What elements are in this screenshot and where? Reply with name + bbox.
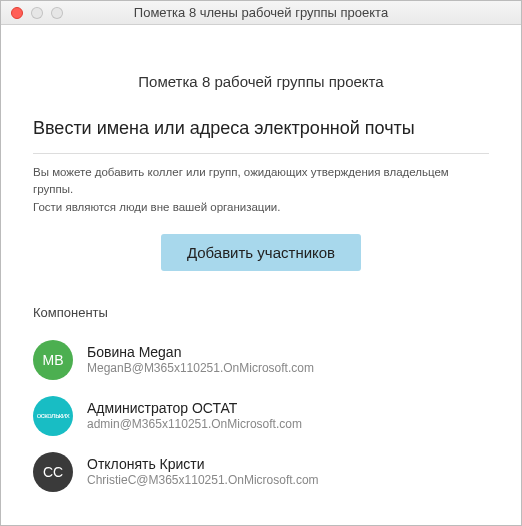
help-text-line2: Гости являются люди вне вашей организаци… [33,201,280,213]
page-heading: Пометка 8 рабочей группы проекта [33,73,489,90]
close-icon[interactable] [11,7,23,19]
member-list: MB Бовина Megan MeganB@M365x110251.OnMic… [33,332,489,500]
add-members-button[interactable]: Добавить участников [161,234,361,271]
member-info: Администратор ОСТАТ admin@M365x110251.On… [87,400,302,433]
avatar: CC [33,452,73,492]
member-email: MeganB@M365x110251.OnMicrosoft.com [87,361,314,376]
member-name: Администратор ОСТАТ [87,400,302,418]
member-info: Бовина Megan MeganB@M365x110251.OnMicros… [87,344,314,377]
avatar-initials: CC [43,464,63,480]
member-name: Бовина Megan [87,344,314,362]
dialog-window: Пометка 8 члены рабочей группы проекта П… [0,0,522,526]
member-email: ChristieC@M365x110251.OnMicrosoft.com [87,473,319,488]
avatar: оскольких [33,396,73,436]
window-title: Пометка 8 члены рабочей группы проекта [1,5,521,20]
members-section-label: Компоненты [33,305,489,320]
add-button-row: Добавить участников [33,234,489,271]
titlebar: Пометка 8 члены рабочей группы проекта [1,1,521,25]
member-info: Отклонять Кристи ChristieC@M365x110251.O… [87,456,319,489]
member-name: Отклонять Кристи [87,456,319,474]
avatar-initials: MB [43,352,64,368]
avatar-label: оскольких [37,411,70,420]
list-item[interactable]: оскольких Администратор ОСТАТ admin@M365… [33,388,489,444]
traffic-lights [1,7,63,19]
input-prompt: Ввести имена или адреса электронной почт… [33,118,489,139]
list-item[interactable]: CC Отклонять Кристи ChristieC@M365x11025… [33,444,489,500]
divider [33,153,489,154]
dialog-content: Пометка 8 рабочей группы проекта Ввести … [1,25,521,525]
minimize-icon[interactable] [31,7,43,19]
maximize-icon[interactable] [51,7,63,19]
member-email: admin@M365x110251.OnMicrosoft.com [87,417,302,432]
list-item[interactable]: MB Бовина Megan MeganB@M365x110251.OnMic… [33,332,489,388]
avatar: MB [33,340,73,380]
help-text-line1: Вы можете добавить коллег или групп, ожи… [33,166,449,195]
help-text: Вы можете добавить коллег или групп, ожи… [33,164,489,216]
